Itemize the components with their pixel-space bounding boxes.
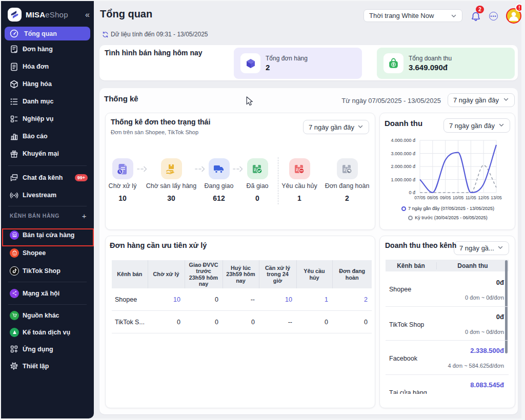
- svg-text:0 đ: 0 đ: [409, 190, 415, 195]
- svg-text:13/05: 13/05: [491, 195, 502, 200]
- svg-text:12/05: 12/05: [478, 195, 489, 200]
- svg-text:07/05: 07/05: [414, 195, 426, 200]
- svg-text:2.000.000 đ: 2.000.000 đ: [391, 164, 415, 169]
- svg-text:1.000.000 đ: 1.000.000 đ: [391, 177, 415, 182]
- svg-text:11/05: 11/05: [466, 195, 476, 200]
- svg-text:3.000.000 đ: 3.000.000 đ: [391, 151, 415, 156]
- svg-text:10/05: 10/05: [453, 195, 464, 200]
- svg-text:08/05: 08/05: [427, 195, 438, 200]
- svg-text:4.000.000 đ: 4.000.000 đ: [391, 138, 415, 143]
- svg-text:09/05: 09/05: [440, 195, 451, 200]
